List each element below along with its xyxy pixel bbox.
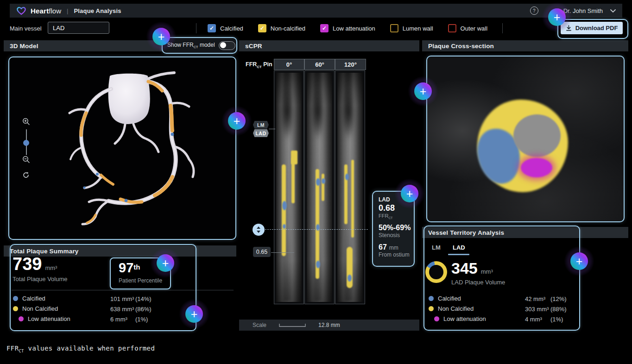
tab-lad[interactable]: LAD bbox=[453, 244, 465, 251]
legend-label: Non Calcified bbox=[22, 305, 58, 312]
non-calcified-dot bbox=[13, 306, 18, 311]
callout-ffr-label: FFRCT bbox=[379, 213, 411, 220]
legend-value: 638 mm³ bbox=[110, 306, 134, 313]
angle-header-60: 60° bbox=[304, 59, 335, 70]
legend-row-low-attenuation: Low attenuation bbox=[434, 315, 486, 322]
app-title: Plaque Analysis bbox=[74, 7, 121, 14]
hotspot-3d-model[interactable]: + bbox=[221, 106, 252, 136]
checkbox-empty bbox=[448, 24, 456, 32]
callout-stenosis-label: Stenosis bbox=[379, 232, 411, 238]
legend-pct: (86%) bbox=[135, 306, 152, 313]
checkbox-label: Calcified bbox=[220, 25, 243, 32]
lumen-blob bbox=[513, 114, 561, 157]
lad-plaque-volume-stat: 345 mm³ LAD Plaque Volume bbox=[451, 259, 505, 286]
legend-row-low-attenuation: Low attenuation bbox=[19, 315, 70, 322]
plus-icon: + bbox=[401, 185, 418, 202]
pin-connector-line bbox=[269, 129, 275, 129]
summary-divider bbox=[11, 290, 234, 290]
legend-pct: (14%) bbox=[135, 295, 152, 302]
plus-icon: + bbox=[548, 8, 566, 26]
checkbox-non-calcified[interactable]: ✓ Non-calcified bbox=[258, 24, 307, 32]
legend-value: 4 mm³ bbox=[525, 316, 542, 323]
checkbox-calcified[interactable]: ✓ Calcified bbox=[208, 24, 245, 32]
callout-distance-unit: mm bbox=[389, 245, 398, 251]
ffr-pin-line bbox=[265, 229, 368, 230]
active-tab-underline bbox=[448, 254, 469, 255]
scpr-strip-0deg bbox=[274, 70, 304, 304]
help-icon[interactable]: ? bbox=[530, 6, 538, 15]
cross-section-header: Plaque Cross-section bbox=[422, 40, 628, 51]
toolbar-divider bbox=[502, 23, 503, 33]
territory-title: Vessel Territory Analysis bbox=[428, 229, 504, 236]
scpr-strip-60deg bbox=[304, 70, 335, 304]
callout-distance-value: 67 bbox=[379, 243, 387, 251]
hotspot-ffr-callout[interactable]: + bbox=[394, 178, 425, 209]
legend-row-non-calcified: Non Calcified bbox=[13, 305, 58, 312]
top-bar: Heartflow | Plaque Analysis ? Dr. John S… bbox=[10, 4, 622, 18]
legend-pct: (1%) bbox=[135, 316, 148, 323]
plus-icon: + bbox=[152, 28, 170, 45]
checkbox-label: Low attenuation bbox=[333, 25, 375, 32]
legend-row-calcified: Calcified bbox=[13, 295, 45, 302]
heartflow-logo-icon bbox=[16, 6, 26, 15]
percentile-suffix: th bbox=[133, 263, 140, 271]
brand-separator: | bbox=[67, 7, 68, 14]
plus-icon: + bbox=[228, 112, 246, 130]
toolbar-divider bbox=[196, 23, 196, 33]
plaque-analysis-app: Heartflow | Plaque Analysis ? Dr. John S… bbox=[0, 0, 632, 364]
ffr-pin-drag-handle[interactable] bbox=[253, 224, 265, 236]
legend-label: Low attenuation bbox=[443, 315, 486, 322]
scale-label: Scale bbox=[253, 322, 266, 328]
low-attenuation-dot bbox=[434, 316, 439, 321]
plaque-cross-section-viewport[interactable] bbox=[426, 56, 625, 222]
calcified-dot bbox=[13, 296, 18, 301]
checkbox-label: Non-calcified bbox=[271, 25, 305, 32]
legend-label: Calcified bbox=[438, 295, 461, 302]
plus-icon: + bbox=[570, 252, 588, 270]
non-calcified-dot bbox=[429, 306, 434, 311]
main-vessel-input[interactable] bbox=[48, 22, 109, 34]
scpr-title: sCPR bbox=[245, 43, 262, 50]
checkbox-check-icon: ✓ bbox=[320, 24, 329, 32]
legend-value: 42 mm³ bbox=[525, 295, 545, 302]
legend-value: 101 mm³ bbox=[110, 295, 134, 302]
angle-header-120: 120° bbox=[335, 59, 366, 70]
chevron-down-icon[interactable] bbox=[610, 9, 616, 13]
percentile-label: Patient Percentile bbox=[119, 277, 162, 284]
calcified-dot bbox=[429, 296, 434, 301]
3d-model-title: 3D Model bbox=[10, 43, 38, 50]
plus-icon: + bbox=[414, 82, 432, 100]
legend-value: 6 mm³ bbox=[110, 316, 127, 323]
download-pdf-label: Download PDF bbox=[575, 25, 618, 31]
ffr-model-toggle[interactable] bbox=[219, 41, 235, 50]
toggle-knob bbox=[220, 42, 226, 48]
hotspot-user-menu[interactable]: + bbox=[542, 2, 572, 32]
callout-distance-label: From ostium bbox=[379, 251, 411, 258]
legend-pct: (12%) bbox=[550, 295, 567, 302]
total-plaque-volume-stat: 739 mm³ Total Plaque Volume bbox=[13, 254, 68, 282]
checkbox-low-attenuation[interactable]: ✓ Low attenuation bbox=[320, 24, 377, 32]
tab-lm[interactable]: LM bbox=[432, 244, 441, 251]
summary-header: Total Plaque Summary bbox=[4, 245, 236, 257]
main-vessel-label: Main vessel bbox=[10, 25, 42, 32]
hotspot-territory[interactable]: + bbox=[564, 246, 594, 276]
scale-ruler-icon bbox=[278, 323, 306, 327]
legend-row-calcified: Calcified bbox=[429, 295, 461, 302]
plaque-layer-checkbox-row: ✓ Calcified ✓ Non-calcified ✓ Low attenu… bbox=[196, 22, 503, 34]
ffr-footnote: FFRCT values available when performed bbox=[6, 345, 155, 353]
hotspot-plaque-summary[interactable]: + bbox=[179, 299, 209, 329]
low-attenuation-dot bbox=[19, 316, 24, 321]
scpr-strip-120deg bbox=[335, 70, 365, 304]
hotspot-percentile[interactable]: + bbox=[150, 248, 181, 278]
pin-badge-lm: LM bbox=[253, 121, 269, 129]
legend-pct: (1%) bbox=[550, 316, 563, 323]
hotspot-ffr-toggle[interactable]: + bbox=[146, 21, 177, 52]
brand-name-bold: Heart bbox=[31, 7, 49, 15]
checkbox-lumen-wall[interactable]: Lumen wall bbox=[390, 24, 435, 32]
ffr-value-line bbox=[271, 252, 294, 253]
checkbox-outer-wall[interactable]: Outer wall bbox=[448, 24, 490, 32]
coronary-3d-model bbox=[9, 57, 236, 240]
hotspot-cross-section[interactable]: + bbox=[408, 76, 438, 107]
3d-model-viewport[interactable] bbox=[8, 56, 236, 240]
pin-badge-lad: LAD bbox=[253, 129, 269, 137]
